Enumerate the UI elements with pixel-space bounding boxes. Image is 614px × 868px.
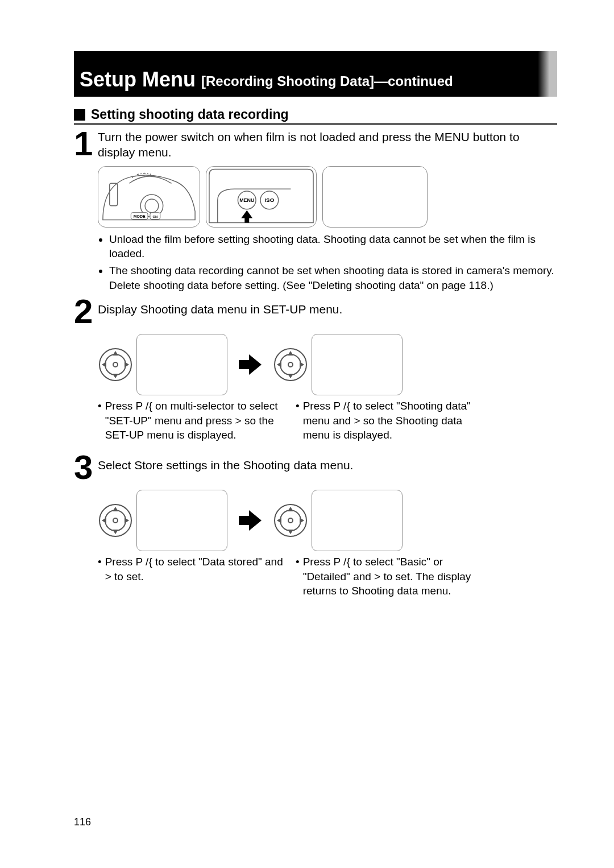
- svg-marker-21: [300, 362, 304, 367]
- figure-lcd-shooting-data-menu: [312, 334, 403, 395]
- figure-camera-top: MODE ON: [98, 166, 200, 228]
- svg-marker-14: [125, 362, 129, 367]
- iso-button-label: ISO: [264, 197, 274, 203]
- svg-marker-19: [288, 374, 293, 378]
- svg-marker-28: [125, 518, 129, 523]
- step-2-caption-right-text: Press P /{ to select "Shooting data" men…: [303, 399, 483, 443]
- step-3-text: Select Store settings in the Shooting da…: [98, 453, 353, 473]
- figure-lcd-basic-detailed: [312, 490, 403, 551]
- arrow-right-icon: [239, 509, 262, 532]
- svg-marker-33: [288, 530, 293, 534]
- svg-marker-27: [102, 518, 106, 523]
- step-2: 2 Display Shooting data menu in SET-UP m…: [74, 297, 557, 326]
- svg-marker-26: [113, 530, 118, 534]
- figure-lcd-setup-menu: [136, 334, 227, 395]
- up-arrow-icon: [241, 210, 252, 218]
- step-3-figure-row: [98, 490, 557, 551]
- svg-rect-7: [244, 217, 249, 222]
- multi-selector-icon: [273, 503, 308, 538]
- svg-marker-35: [300, 518, 304, 523]
- figure-lcd-data-stored: [136, 490, 227, 551]
- svg-marker-11: [113, 351, 118, 356]
- step-2-number: 2: [74, 297, 98, 326]
- section-rule: [74, 123, 557, 125]
- page-number: 116: [74, 816, 91, 828]
- step-2-text: Display Shooting data menu in SET-UP men…: [98, 297, 342, 317]
- step-3-caption-left-text: Press P /{ to select "Data stored" and >…: [105, 555, 285, 584]
- page: Setup Menu [Recording Shooting Data]—con…: [0, 0, 614, 868]
- multi-selector-icon: [98, 503, 133, 538]
- step-3: 3 Select Store settings in the Shooting …: [74, 453, 557, 482]
- section-heading-text: Setting shooting data recording: [91, 107, 289, 122]
- svg-marker-18: [288, 351, 293, 356]
- step-1-notes: Unload the film before setting shooting …: [98, 232, 557, 293]
- svg-marker-34: [277, 518, 281, 523]
- step-2-caption-left-text: Press P /{ on multi-selector to select "…: [105, 399, 285, 443]
- svg-marker-32: [288, 507, 293, 511]
- step-3-captions: Press P /{ to select "Data stored" and >…: [98, 555, 557, 598]
- mode-label: MODE: [134, 214, 146, 218]
- step-3-number: 3: [74, 453, 98, 482]
- step-1-note-2: The shooting data recording cannot be se…: [109, 263, 557, 292]
- square-bullet-icon: [74, 109, 85, 121]
- multi-selector-icon: [273, 347, 308, 382]
- step-2-caption-left: Press P /{ on multi-selector to select "…: [98, 399, 285, 443]
- title-bar: Setup Menu [Recording Shooting Data]—con…: [74, 51, 557, 97]
- step-1-number: 1: [74, 129, 98, 158]
- svg-point-24: [113, 518, 118, 523]
- svg-marker-13: [102, 362, 106, 367]
- step-2-caption-right: Press P /{ to select "Shooting data" men…: [296, 399, 483, 443]
- svg-point-17: [288, 362, 293, 367]
- figure-lcd-blank-1: [322, 166, 428, 228]
- step-3-caption-left: Press P /{ to select "Data stored" and >…: [98, 555, 285, 598]
- svg-point-31: [288, 518, 293, 523]
- multi-selector-icon: [98, 347, 133, 382]
- svg-marker-25: [113, 507, 118, 511]
- step-1-note-1: Unload the film before setting shooting …: [109, 232, 557, 261]
- title-sub: [Recording Shooting Data]—continued: [201, 74, 453, 89]
- svg-marker-12: [113, 374, 118, 378]
- svg-point-10: [113, 362, 118, 367]
- step-3-caption-right-text: Press P /{ to select "Basic" or "Detaile…: [303, 555, 483, 598]
- step-2-captions: Press P /{ on multi-selector to select "…: [98, 399, 557, 443]
- svg-marker-20: [277, 362, 281, 367]
- step-2-figure-row: [98, 334, 557, 395]
- step-1-text: Turn the power switch on when film is no…: [98, 129, 557, 160]
- step-1: 1 Turn the power switch on when film is …: [74, 129, 557, 160]
- figure-camera-back-menu-iso: MENU ISO: [206, 166, 317, 228]
- on-label: ON: [152, 214, 157, 218]
- svg-point-1: [145, 199, 159, 213]
- section-heading: Setting shooting data recording: [74, 107, 557, 122]
- arrow-right-icon: [239, 353, 262, 376]
- step-1-figures: MODE ON MENU ISO: [98, 166, 557, 228]
- step-3-caption-right: Press P /{ to select "Basic" or "Detaile…: [296, 555, 483, 598]
- menu-button-label: MENU: [239, 197, 254, 203]
- title-main: Setup Menu: [80, 69, 196, 90]
